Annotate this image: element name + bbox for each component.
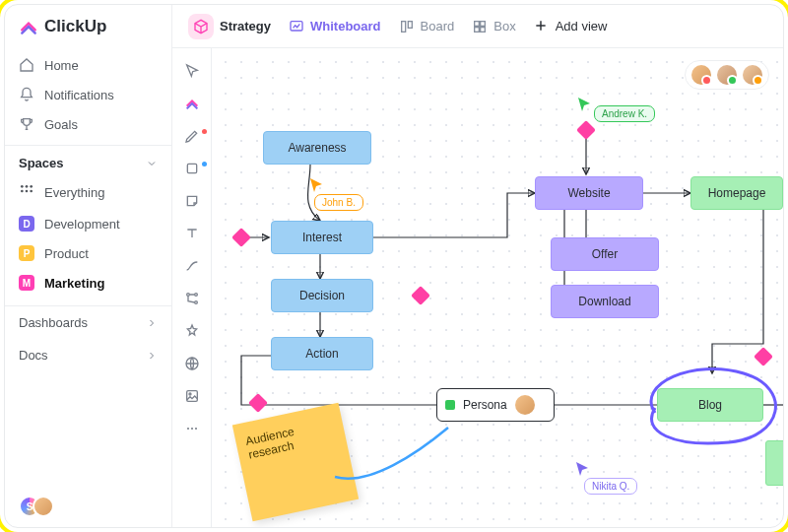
tool-connector[interactable] [183,257,201,275]
space-label: Development [44,217,120,232]
freehand-arrow [330,423,458,492]
tab-board[interactable]: Board [397,15,457,38]
remote-cursor-label: Andrew K. [594,105,655,122]
space-color-icon: D [19,216,34,232]
node-offer[interactable]: Offer [551,237,659,271]
space-label: Marketing [44,276,104,291]
section-label: Dashboards [19,315,88,330]
space-label: Product [44,246,89,261]
sidebar-presence[interactable]: S [5,496,171,517]
svg-point-5 [30,190,33,193]
tab-box[interactable]: Box [470,15,517,38]
board-icon [399,19,415,34]
connector-handle[interactable] [248,393,268,413]
tool-clickup[interactable] [183,95,201,112]
space-product[interactable]: P Product [5,238,171,268]
whiteboard-toolbar [172,48,212,527]
sticky-text: Audience research [244,425,296,462]
svg-rect-12 [481,27,486,32]
avatar [515,395,535,415]
node-website[interactable]: Website [535,176,643,210]
svg-point-21 [190,428,192,430]
node-awareness[interactable]: Awareness [263,131,371,165]
nav-goals[interactable]: Goals [5,109,171,139]
nav-label: Notifications [44,88,114,102]
trophy-icon [19,116,34,132]
status-dot-icon [445,400,455,410]
space-development[interactable]: D Development [5,209,171,238]
tool-sticky[interactable] [183,192,201,210]
node-action[interactable]: Action [271,337,373,370]
main: Strategy Whiteboard Board [172,5,783,527]
svg-point-22 [194,428,196,430]
presence-bar[interactable]: .presence .p:nth-child(1)::after{backgro… [685,60,769,90]
tab-label: Whiteboard [310,19,381,33]
chevron-right-icon [146,317,158,329]
spaces-header[interactable]: Spaces [5,145,171,176]
everything-icon [19,183,34,202]
node-label: Action [305,347,338,361]
tool-relationship[interactable] [183,290,201,307]
node-interest[interactable]: Interest [271,221,373,254]
node-label: Interest [302,231,342,244]
node-download[interactable]: Download [551,285,659,318]
svg-point-4 [26,190,29,193]
tab-label: Box [493,19,515,33]
add-view-button[interactable]: Add view [532,15,610,38]
whiteboard-canvas[interactable]: .presence .p:nth-child(1)::after{backgro… [212,48,783,527]
tool-embed[interactable] [183,355,201,372]
tool-image[interactable] [183,387,201,405]
node-label: Offer [592,247,618,261]
svg-rect-7 [401,21,405,32]
node-persona[interactable]: Persona [436,388,555,422]
node-homepage[interactable]: Homepage [690,176,783,210]
tool-shape[interactable] [183,160,201,177]
chevron-right-icon [146,350,158,362]
chevron-down-icon [146,158,158,169]
bell-icon [19,87,34,102]
svg-rect-9 [475,21,480,26]
node-label: Download [578,295,630,308]
node-label: Website [567,186,610,200]
avatar [33,496,54,517]
space-color-icon: P [19,245,34,261]
presence-avatar: .presence .p:nth-child(3)::after{backgro… [743,65,762,85]
remote-cursor-icon [308,176,326,194]
node-decision[interactable]: Decision [271,279,373,312]
node-label: Awareness [288,141,346,155]
clickup-logo-icon [19,17,38,36]
home-icon [19,57,34,73]
svg-point-14 [186,294,189,297]
svg-point-2 [30,185,33,188]
space-label: Everything [44,185,104,200]
tool-more[interactable] [183,420,201,437]
tool-text[interactable] [183,225,201,242]
section-dashboards[interactable]: Dashboards [5,305,171,339]
nav-home[interactable]: Home [5,50,171,80]
presence-avatar: .presence .p:nth-child(1)::after{backgro… [691,65,711,85]
logo-text: ClickUp [44,17,106,36]
section-docs[interactable]: Docs [5,339,171,371]
connector-handle[interactable] [576,120,596,140]
breadcrumb-strategy[interactable]: Strategy [186,10,273,43]
connector-handle[interactable] [411,286,430,305]
tool-select[interactable] [183,62,201,80]
space-marketing[interactable]: M Marketing [5,268,171,298]
spaces-header-label: Spaces [19,156,64,170]
nav-notifications[interactable]: Notifications [5,80,171,109]
tool-pen[interactable] [183,127,201,145]
connector-handle[interactable] [231,228,251,247]
whiteboard-icon [289,19,304,34]
space-everything[interactable]: Everything [5,176,171,209]
svg-rect-18 [186,391,197,402]
freehand-scribble [635,364,783,452]
plus-icon [534,19,550,34]
tab-whiteboard[interactable]: Whiteboard [287,15,383,38]
remote-cursor-icon [574,460,592,478]
logo[interactable]: ClickUp [5,17,171,50]
tool-stamp[interactable] [183,322,201,340]
svg-rect-10 [481,21,486,26]
svg-point-20 [186,428,188,430]
remote-cursor-icon [576,96,594,113]
space-color-icon: M [19,275,34,291]
